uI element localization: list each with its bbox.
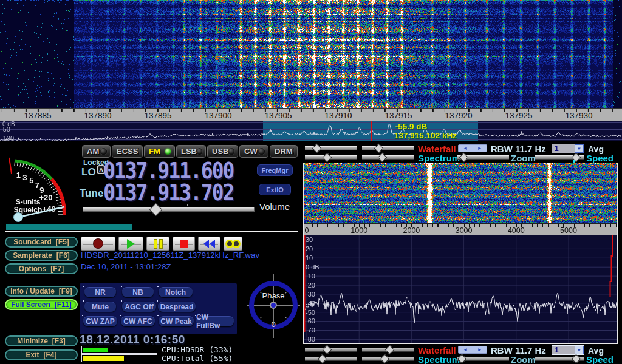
menu-button-soundcard[interactable]: Soundcard[F5]	[5, 237, 78, 248]
speed-slider-bottom[interactable]	[535, 357, 584, 361]
record-button[interactable]	[81, 237, 115, 251]
mode-button-ecss[interactable]: ECSS	[112, 145, 143, 158]
zoom-label-top: Zoom	[511, 153, 536, 163]
menu-button-key: [F6]	[56, 251, 70, 260]
zoom-slider-bottom[interactable]	[457, 357, 509, 361]
dsp-button-nb[interactable]: NB	[122, 287, 154, 297]
chevron-down-icon[interactable]: ▼	[575, 346, 584, 354]
menu-button-options[interactable]: Options[F7]	[5, 263, 78, 274]
dsp-button-notch[interactable]: Notch	[159, 287, 193, 297]
main-frequency-scale[interactable]: 1378851378901378951379001379051379101379…	[0, 108, 622, 121]
rf-db-label: -50	[306, 309, 315, 316]
volume-slider[interactable]	[83, 207, 255, 212]
rbw-stepper-top[interactable]: ◄►	[458, 144, 487, 152]
waterfall-brightness-slider-top[interactable]	[362, 146, 414, 150]
mode-button-label: LSB	[181, 147, 197, 156]
spectrum-gain-slider-bottom-thumb[interactable]	[318, 354, 327, 364]
mode-led-icon	[293, 148, 294, 155]
play-icon	[127, 239, 135, 249]
freq-scale-label: 137890	[84, 111, 111, 120]
main-spectrum-trace[interactable]	[0, 121, 622, 141]
smeter-scale-label: 7	[35, 181, 39, 190]
tune-label: Tune	[80, 187, 103, 200]
rbw-step-right-icon[interactable]: ►	[473, 346, 487, 353]
dsp-button-cw-afc[interactable]: CW AFC	[121, 316, 155, 326]
freqmgr-button[interactable]: FreqMgr	[257, 164, 293, 176]
mode-button-drm[interactable]: DRM	[270, 145, 298, 158]
dsp-button-nr[interactable]: NR	[84, 287, 116, 297]
menu-button-key: [F4]	[44, 351, 57, 359]
menu-button-minimize[interactable]: Minimize[F3]	[5, 335, 78, 346]
stop-button[interactable]	[173, 237, 195, 251]
rf-spectrum-display[interactable]	[304, 235, 617, 343]
waterfall-brightness-slider-bottom[interactable]	[362, 348, 414, 352]
waterfall-brightness-slider-top-thumb[interactable]	[374, 144, 384, 153]
dsp-button-mute[interactable]: Mute	[84, 302, 116, 312]
mode-button-fm[interactable]: FM	[144, 145, 175, 158]
avg-dropdown-bottom[interactable]: 1▼	[552, 345, 584, 355]
dsp-button-cw-fullbw[interactable]: CW FullBw	[196, 316, 234, 326]
menu-button-exit[interactable]: Exit[F4]	[5, 349, 78, 360]
avg-dropdown-value: 1	[552, 144, 575, 153]
waterfall-brightness-slider-bottom-thumb[interactable]	[385, 345, 395, 355]
loop-button[interactable]	[224, 237, 242, 251]
zoom-slider-top-thumb[interactable]	[459, 153, 469, 163]
dsp-button-cw-peak[interactable]: CW Peak	[159, 316, 194, 326]
zoom-label-bottom: Zoom	[511, 354, 536, 364]
menu-button-samplerate[interactable]: Samplerate[F6]	[5, 250, 78, 261]
freq-scale-label: 137900	[204, 111, 231, 120]
mode-button-lsb[interactable]: LSB	[176, 145, 206, 158]
waterfall-contrast-slider-top[interactable]	[305, 146, 357, 150]
pause-button[interactable]	[146, 237, 169, 251]
rbw-step-left-icon[interactable]: ◄	[459, 346, 473, 353]
smeter-scale-label: +20	[39, 193, 52, 202]
spectrum-offset-slider-bottom-thumb[interactable]	[380, 354, 390, 364]
zoom-slider-top[interactable]	[457, 155, 509, 160]
dsp-button-cw-zap[interactable]: CW ZAP	[83, 316, 117, 326]
menu-button-info-update[interactable]: Info / Update[F9]	[5, 286, 78, 297]
dsp-button-agc-off[interactable]: AGC Off	[122, 302, 156, 312]
chevron-down-icon[interactable]: ▼	[575, 144, 584, 153]
rf-db-label: 0 dB	[306, 263, 320, 271]
rf-frequency-scale[interactable]: 010002000300040005000	[304, 223, 617, 235]
rewind-button[interactable]	[198, 237, 220, 251]
mode-button-cw[interactable]: CW	[239, 145, 268, 158]
main-waterfall-display[interactable]	[0, 0, 622, 108]
rf-waterfall-display[interactable]	[304, 163, 617, 223]
spectrum-offset-slider-top-thumb[interactable]	[378, 153, 388, 163]
mode-led-icon	[228, 148, 234, 155]
spectrum-offset-slider-bottom[interactable]	[362, 357, 414, 361]
phase-center-dot	[271, 303, 276, 308]
rf-db-label: 20	[306, 245, 313, 252]
rbw-step-right-icon[interactable]: ►	[473, 145, 487, 152]
squelch-level-bar[interactable]	[5, 223, 298, 232]
waterfall-contrast-slider-bottom[interactable]	[305, 348, 357, 352]
mode-button-usb[interactable]: USB	[207, 145, 238, 158]
play-button[interactable]	[118, 237, 143, 251]
rbw-stepper-bottom[interactable]: ◄►	[458, 346, 487, 354]
cpu-total-fill	[83, 356, 124, 361]
rbw-step-left-icon[interactable]: ◄	[459, 145, 473, 152]
phase-dial[interactable]: Phase0	[247, 274, 300, 338]
spectrum-gain-slider-bottom[interactable]	[305, 357, 357, 361]
menu-button-full-screen[interactable]: Full Screen[F11]	[5, 299, 78, 310]
speed-slider-top[interactable]	[535, 155, 584, 160]
menu-button-key: [F7]	[50, 265, 64, 273]
avg-dropdown-top[interactable]: 1▼	[552, 144, 584, 153]
spectrum-gain-slider-top[interactable]	[305, 155, 357, 160]
mode-led-icon	[100, 148, 107, 155]
dsp-button-despread[interactable]: Despread	[158, 302, 196, 312]
spectrum-gain-slider-top-thumb[interactable]	[323, 153, 332, 163]
cpu-hdsdr-label: CPU:HDSDR (33%)	[162, 345, 233, 354]
tune-frequency-value[interactable]: 0137.913.702	[103, 179, 233, 206]
waterfall-contrast-slider-bottom-thumb[interactable]	[323, 345, 332, 355]
mode-button-am[interactable]: AM	[82, 145, 111, 158]
extio-button[interactable]: ExtIO	[259, 184, 291, 195]
cpu-total-label: CPU:Total (55%)	[162, 354, 233, 363]
stop-icon	[180, 240, 188, 248]
speed-slider-bottom-thumb[interactable]	[572, 354, 581, 364]
spectrum-offset-slider-top[interactable]	[362, 155, 414, 160]
waterfall-contrast-slider-top-thumb[interactable]	[312, 144, 322, 153]
menu-button-key: [F5]	[56, 238, 69, 246]
s-meter[interactable]: 13579+20+40S-unitsSquelch	[1, 146, 79, 222]
